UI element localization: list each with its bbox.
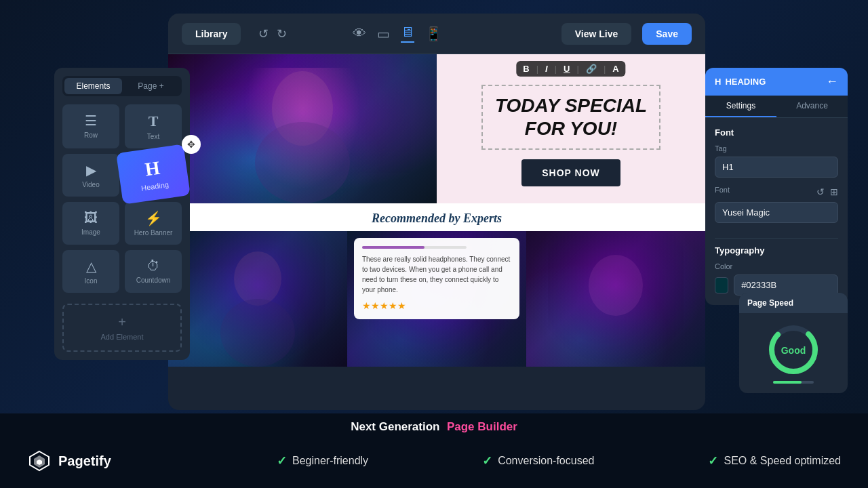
font-label: Font xyxy=(715,186,730,194)
canvas: B | I | U | 🔗 | A TODAY SPECIAL FOR YOU! xyxy=(168,54,705,410)
device-icons: 👁 ▭ 🖥 📱 xyxy=(353,24,442,43)
redo-icon[interactable]: ↻ xyxy=(277,26,287,41)
svg-point-6 xyxy=(220,299,295,367)
product-bg-3 xyxy=(526,231,705,367)
element-video[interactable]: ▶ Video xyxy=(62,154,119,197)
toolbar: Library ↺ ↻ 👁 ▭ 🖥 📱 View Live Save xyxy=(168,14,705,54)
tab-page-plus[interactable]: Page + xyxy=(122,78,180,94)
hero-title-box: TODAY SPECIAL FOR YOU! xyxy=(481,85,660,149)
recommended-title: Recommended by Experts xyxy=(168,211,705,226)
panel-back-button[interactable]: ← xyxy=(826,75,838,89)
feature-3: ✓ SEO & Speed optimized xyxy=(708,453,841,468)
divider-1 xyxy=(715,238,838,239)
text-toolbar: B | I | U | 🔗 | A xyxy=(516,61,625,77)
image-label: Image xyxy=(81,228,100,236)
feature-label-2: Conversion-focused xyxy=(498,455,594,467)
review-text: These are really solid headphones. They … xyxy=(362,254,511,295)
countdown-icon: ⏱ xyxy=(146,258,160,274)
hero-right: B | I | U | 🔗 | A TODAY SPECIAL FOR YOU! xyxy=(437,54,705,203)
library-button[interactable]: Library xyxy=(182,23,241,45)
brand-logo: Pagetify xyxy=(27,449,163,473)
hero-banner-icon: ⚡ xyxy=(145,210,162,226)
hero-image xyxy=(168,54,437,203)
add-element[interactable]: + Add Element xyxy=(62,304,182,352)
check-icon-2: ✓ xyxy=(482,453,492,468)
check-icon-3: ✓ xyxy=(708,453,718,468)
text-label: Text xyxy=(147,133,159,140)
bold-btn[interactable]: B xyxy=(523,64,529,74)
icon-icon: △ xyxy=(86,258,96,274)
italic-btn[interactable]: I xyxy=(545,64,548,74)
star-rating: ★★★★★ xyxy=(362,300,511,311)
svg-text:Good: Good xyxy=(781,345,806,356)
desktop-icon[interactable]: 🖥 xyxy=(401,24,414,43)
color-label: Color xyxy=(715,262,838,270)
font-row: Font ↺ ⊞ xyxy=(715,186,838,198)
font-input[interactable] xyxy=(715,202,838,223)
panel-body: Font Tag Font ↺ ⊞ Typography Color xyxy=(705,118,848,305)
element-heading[interactable]: H Heading ✥ xyxy=(125,154,182,195)
panel-tab-advance[interactable]: Advance xyxy=(776,96,848,117)
video-icon: ▶ xyxy=(86,162,96,178)
hero-left xyxy=(168,54,437,203)
pagetify-icon xyxy=(27,449,52,473)
panel-title: H HEADING xyxy=(715,77,766,87)
panel-tab-settings[interactable]: Settings xyxy=(705,96,776,117)
page-speed-header: Page Speed xyxy=(739,293,848,313)
element-text[interactable]: T Text xyxy=(125,104,182,148)
color-swatch[interactable] xyxy=(715,277,728,293)
font-style-icon[interactable]: ⊞ xyxy=(830,186,838,197)
feature-label-3: SEO & Speed optimized xyxy=(724,455,841,467)
panel-tabs: Settings Advance xyxy=(705,96,848,118)
speed-circle: Good xyxy=(766,323,821,377)
element-icon[interactable]: △ Icon xyxy=(62,250,119,293)
bottom-bar: Next Generation Page Builder Pagetify ✓ … xyxy=(0,413,868,488)
undo-icon[interactable]: ↺ xyxy=(258,26,269,41)
font-section-title: Font xyxy=(715,127,838,138)
tagline-row: Next Generation Page Builder xyxy=(0,420,868,434)
tag-label: Tag xyxy=(715,144,838,152)
text-icon: T xyxy=(149,113,159,130)
element-hero-banner[interactable]: ⚡ Hero Banner xyxy=(125,202,182,245)
tablet-icon[interactable]: ▭ xyxy=(377,26,390,42)
heading-panel-title: HEADING xyxy=(725,77,766,87)
speed-bar-fill xyxy=(773,381,802,384)
heading-panel-icon: H xyxy=(715,77,721,87)
svg-point-9 xyxy=(589,255,643,316)
align-btn[interactable]: A xyxy=(612,64,618,74)
save-button[interactable]: Save xyxy=(642,23,692,45)
element-row[interactable]: ☰ Row xyxy=(62,104,119,148)
refresh-font-icon[interactable]: ↺ xyxy=(816,186,825,197)
product-bg-1 xyxy=(168,231,347,367)
heading-move-icon[interactable]: ✥ xyxy=(182,135,201,154)
typography-section-title: Typography xyxy=(715,245,838,256)
svg-point-5 xyxy=(234,251,281,306)
tag-input[interactable] xyxy=(715,157,838,178)
link-btn[interactable]: 🔗 xyxy=(586,64,597,74)
builder-wrapper: Library ↺ ↻ 👁 ▭ 🖥 📱 View Live Save xyxy=(168,14,705,410)
hidden-icon[interactable]: 👁 xyxy=(353,26,366,41)
product-col-2: These are really solid headphones. They … xyxy=(347,231,526,367)
review-rating-bar xyxy=(362,246,467,249)
mobile-icon[interactable]: 📱 xyxy=(425,26,442,42)
hero-title: TODAY SPECIAL FOR YOU! xyxy=(495,94,647,140)
font-action-icons: ↺ ⊞ xyxy=(816,186,838,197)
view-live-button[interactable]: View Live xyxy=(561,23,632,45)
video-label: Video xyxy=(82,181,99,188)
feature-label-1: Beginer-friendly xyxy=(292,455,368,467)
heading-h-icon: H xyxy=(144,157,161,181)
svg-point-3 xyxy=(255,122,350,203)
elements-grid: ☰ Row T Text ▶ Video H Heading ✥ 🖼 Image xyxy=(62,104,182,352)
element-countdown[interactable]: ⏱ Countdown xyxy=(125,250,182,293)
element-image[interactable]: 🖼 Image xyxy=(62,202,119,245)
check-icon-1: ✓ xyxy=(277,453,287,468)
toolbar-icons: ↺ ↻ xyxy=(258,26,287,41)
tab-elements[interactable]: Elements xyxy=(64,78,122,94)
underline-btn[interactable]: U xyxy=(564,64,570,74)
heading-settings-panel: H HEADING ← Settings Advance Font Tag Fo… xyxy=(705,68,848,305)
countdown-label: Countdown xyxy=(136,277,171,284)
shop-now-button[interactable]: SHOP NOW xyxy=(521,159,620,186)
bottom-content: Pagetify ✓ Beginer-friendly ✓ Conversion… xyxy=(27,449,841,473)
add-plus-icon: + xyxy=(118,314,126,330)
heading-card: H Heading xyxy=(116,144,191,204)
